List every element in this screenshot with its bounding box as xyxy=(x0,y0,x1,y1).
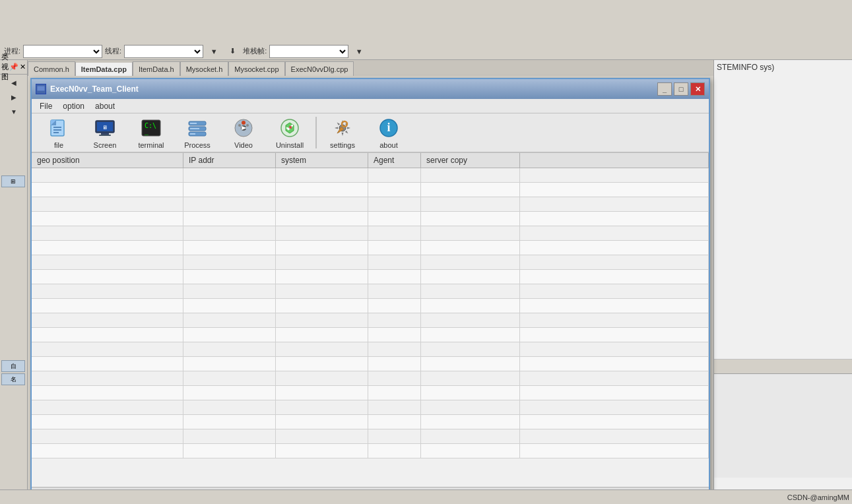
table-row[interactable] xyxy=(32,270,709,284)
toolbar-about-label: about xyxy=(379,141,398,149)
thread-label: 线程: xyxy=(105,46,121,56)
app-icon xyxy=(36,84,46,94)
toolbar-about-btn[interactable]: i about xyxy=(367,115,410,150)
table-row[interactable] xyxy=(32,400,709,415)
table-row[interactable] xyxy=(32,299,709,313)
svg-rect-7 xyxy=(53,132,59,133)
svg-point-26 xyxy=(238,124,241,127)
svg-rect-1 xyxy=(39,91,43,92)
left-panel-header: 类视图 📌 ✕ xyxy=(0,60,27,75)
toolbar-settings-btn[interactable]: settings xyxy=(321,115,364,150)
table-row[interactable] xyxy=(32,284,709,299)
svg-rect-20 xyxy=(190,128,199,129)
settings-icon xyxy=(331,116,354,140)
th-ip-addr: IP addr xyxy=(183,153,276,168)
table-row[interactable] xyxy=(32,357,709,371)
svg-rect-11 xyxy=(99,135,111,136)
th-extra xyxy=(520,153,709,168)
table-row[interactable] xyxy=(32,255,709,270)
toolbar-terminal-btn[interactable]: C:\ _ terminal xyxy=(129,115,173,150)
svg-point-24 xyxy=(242,121,246,125)
right-panel-text: STEMINFO sys) xyxy=(714,60,852,75)
close-btn[interactable]: ✕ xyxy=(690,82,705,96)
svg-rect-21 xyxy=(190,133,195,135)
window-titlebar: ExecN0vv_Team_Client _ □ ✕ xyxy=(32,79,709,99)
terminal-icon: C:\ _ xyxy=(139,116,163,140)
video-icon xyxy=(232,116,255,140)
toolbar-file-btn[interactable]: file xyxy=(37,115,81,150)
table-row[interactable] xyxy=(32,226,709,241)
tab-bar: Common.h ItemData.cpp ItemData.h Mysocke… xyxy=(28,60,713,76)
file-icon xyxy=(47,116,71,140)
left-menu-btn[interactable]: ▼ xyxy=(1,105,26,118)
left-panel-bottom-icons: ⊞ 自 名 xyxy=(1,175,25,385)
ide-process-bar: 进程: 线程: ▼ ⬇ 堆栈帧: ▼ xyxy=(0,43,852,60)
toolbar-screen-btn[interactable]: 🖥 Screen xyxy=(83,115,127,150)
menu-about[interactable]: about xyxy=(90,100,120,112)
left-icon1[interactable]: ⊞ xyxy=(1,175,25,187)
tab-mysocketh[interactable]: Mysocket.h xyxy=(180,61,229,76)
toolbar-process-btn[interactable]: Process xyxy=(176,115,219,150)
table-row[interactable] xyxy=(32,444,709,458)
ide-statusbar: CSDN-@amingMM xyxy=(0,489,852,504)
toolbar-screen-label: Screen xyxy=(94,141,117,149)
th-agent: Agent xyxy=(368,153,421,168)
about-icon: i xyxy=(377,116,401,140)
table-row[interactable] xyxy=(32,342,709,357)
toolbar-settings-label: settings xyxy=(330,141,355,149)
table-row[interactable] xyxy=(32,241,709,255)
panel-close[interactable]: ✕ xyxy=(20,63,26,71)
stack-combo[interactable] xyxy=(269,45,348,58)
process-combo[interactable] xyxy=(23,45,102,58)
table-row[interactable] xyxy=(32,386,709,400)
left-icon2[interactable]: 自 xyxy=(1,360,25,372)
th-system: system xyxy=(276,153,368,168)
screen-icon-svg: 🖥 xyxy=(94,117,115,139)
toolbar-video-btn[interactable]: Video xyxy=(222,115,265,150)
toolbar-terminal-label: terminal xyxy=(138,141,164,149)
menu-option[interactable]: option xyxy=(57,100,90,112)
svg-rect-6 xyxy=(53,129,61,131)
table-row[interactable] xyxy=(32,197,709,212)
process-icon xyxy=(185,116,209,140)
left-back-btn[interactable]: ◀ xyxy=(1,76,26,89)
left-panel-content: ◀ ▶ ▼ xyxy=(0,75,27,119)
minimize-btn[interactable]: _ xyxy=(657,82,672,96)
thread-combo[interactable] xyxy=(124,45,203,58)
tab-commonh[interactable]: Common.h xyxy=(28,61,75,76)
file-icon-svg xyxy=(48,117,69,139)
about-icon-svg: i xyxy=(378,117,399,139)
table-row[interactable] xyxy=(32,183,709,197)
uninstall-icon xyxy=(278,116,302,140)
svg-rect-10 xyxy=(101,133,109,135)
table-row[interactable] xyxy=(32,168,709,183)
toolbar-uninstall-btn[interactable]: Uninstall xyxy=(268,115,311,150)
filter-btn2[interactable]: ⬇ xyxy=(224,44,240,59)
svg-rect-5 xyxy=(53,127,61,128)
tab-execn0vvdlg[interactable]: ExecN0vvDlg.cpp xyxy=(285,61,354,76)
maximize-btn[interactable]: □ xyxy=(674,82,688,96)
window-title-text: ExecN0vv_Team_Client xyxy=(50,84,139,94)
filter-btn[interactable]: ▼ xyxy=(206,44,222,59)
table-row[interactable] xyxy=(32,212,709,226)
tab-itemdatah[interactable]: ItemData.h xyxy=(133,61,180,76)
panel-pin[interactable]: 📌 xyxy=(9,63,18,71)
table-row[interactable] xyxy=(32,313,709,328)
left-panel-controls: 📌 ✕ xyxy=(9,63,26,71)
window-toolbar: file 🖥 Screen C:\ _ xyxy=(32,113,709,153)
screen-icon: 🖥 xyxy=(93,116,117,140)
tab-mysocketcpp[interactable]: Mysocket.cpp xyxy=(228,61,284,76)
table-row[interactable] xyxy=(32,415,709,429)
left-fwd-btn[interactable]: ▶ xyxy=(1,90,26,104)
toolbar-separator xyxy=(315,117,317,148)
stack-btn[interactable]: ▼ xyxy=(351,44,367,59)
table-row[interactable] xyxy=(32,429,709,444)
svg-rect-19 xyxy=(190,123,197,124)
svg-text:_: _ xyxy=(145,127,149,135)
left-icon3[interactable]: 名 xyxy=(1,373,25,385)
tab-itemdatacpp[interactable]: ItemData.cpp xyxy=(75,61,133,76)
menu-file[interactable]: File xyxy=(34,100,57,112)
svg-point-25 xyxy=(246,124,249,127)
table-row[interactable] xyxy=(32,371,709,386)
table-row[interactable] xyxy=(32,328,709,342)
